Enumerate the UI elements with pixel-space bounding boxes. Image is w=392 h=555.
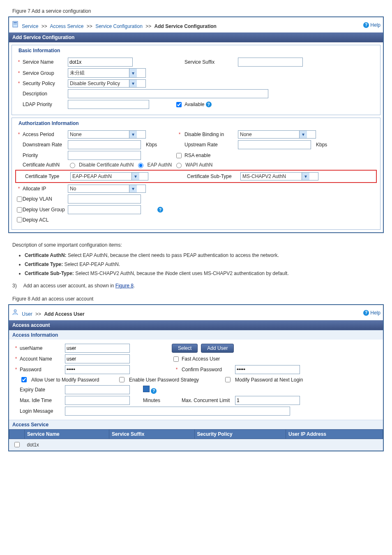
- account-name-input[interactable]: [65, 354, 130, 363]
- deploy-usergroup-checkbox[interactable]: [17, 207, 22, 213]
- th-security-policy: Security Policy: [194, 430, 286, 439]
- max-idle-input[interactable]: [65, 396, 130, 405]
- radio-wapi-authn[interactable]: [176, 163, 182, 168]
- help-link-1[interactable]: ? Help: [363, 22, 380, 28]
- label-priority: Priority: [23, 153, 68, 158]
- rsa-enable-checkbox[interactable]: [176, 153, 182, 158]
- label-service-group: Service Group: [23, 70, 68, 76]
- allow-modify-pw-checkbox[interactable]: [21, 377, 27, 382]
- access-period-select[interactable]: None▾: [68, 130, 146, 139]
- crumb-service-configuration[interactable]: Service Configuration: [95, 23, 143, 29]
- section-access-service: Access Service: [9, 420, 383, 429]
- label-deploy-usergroup: Deploy User Group: [23, 207, 68, 213]
- panel-service-config: Service >> Access Service >> Service Con…: [8, 16, 384, 233]
- figure-8-link[interactable]: Figure 8: [115, 283, 134, 289]
- fast-access-checkbox[interactable]: [173, 356, 179, 362]
- svg-rect-1: [14, 22, 17, 23]
- label-security-policy: Security Policy: [23, 81, 68, 86]
- label-expiry-date: Expiry Date: [20, 387, 65, 393]
- allocate-ip-select[interactable]: No▾: [68, 185, 146, 193]
- highlight-cert-row: Certificate Type EAP-PEAP AuthN▾ Certifi…: [15, 170, 377, 183]
- service-group-select[interactable]: 未分組▾: [68, 68, 146, 78]
- label-max-concurrent: Max. Concurrent Limit: [182, 398, 235, 403]
- login-message-input[interactable]: [65, 407, 290, 416]
- deploy-usergroup-input[interactable]: [68, 205, 141, 214]
- label-login-message: Login Message: [20, 408, 65, 414]
- figure-2-caption: Figure 8 Add an access user account: [12, 296, 384, 302]
- chevron-down-icon: ▾: [129, 185, 137, 192]
- crumb-user[interactable]: User: [22, 311, 32, 317]
- radio-disable-cert[interactable]: [70, 163, 75, 168]
- bullet-1-label: Certificate AuthN:: [25, 252, 67, 258]
- help-link-2[interactable]: ? Help: [363, 310, 380, 316]
- fieldset-basic: Basic Information * Service Name Service…: [12, 45, 380, 115]
- label-access-period: Access Period: [23, 132, 68, 137]
- max-concurrent-input[interactable]: [235, 396, 300, 405]
- help-icon[interactable]: ?: [157, 207, 163, 213]
- doc-icon: [12, 21, 19, 28]
- label-description: Description: [23, 91, 68, 97]
- cell-user-ip: [286, 439, 383, 451]
- label-cert-subtype: Certificate Sub-Type: [187, 173, 240, 179]
- bullet-3-label: Certificate Sub-Type:: [25, 271, 74, 276]
- row-checkbox[interactable]: [14, 442, 20, 447]
- cert-type-select[interactable]: EAP-PEAP AuthN▾: [70, 172, 148, 180]
- enable-pw-strategy-checkbox[interactable]: [119, 377, 125, 382]
- crumb-service[interactable]: Service: [22, 23, 38, 29]
- panel-access-user: User >> Add Access User ? Help Access ac…: [8, 304, 384, 451]
- confirm-password-input[interactable]: [235, 365, 300, 374]
- deploy-vlan-checkbox[interactable]: [17, 197, 22, 202]
- priority-input[interactable]: [68, 151, 141, 160]
- label-username: userName: [20, 345, 65, 351]
- label-upstream: Upstream Rate: [184, 142, 238, 148]
- access-service-table: Service Name Service Suffix Security Pol…: [9, 429, 383, 451]
- service-suffix-input[interactable]: [238, 58, 303, 67]
- label-ldap-priority: LDAP Priority: [23, 102, 68, 107]
- ldap-priority-input[interactable]: [68, 100, 149, 109]
- description-bullets: Certificate AuthN: Select EAP AuthN, bec…: [25, 252, 384, 276]
- calendar-icon[interactable]: [143, 386, 150, 392]
- label-service-suffix: Service Suffix: [184, 59, 238, 65]
- bullet-2-label: Certificate Type:: [25, 261, 63, 267]
- chevron-down-icon: ▾: [129, 131, 137, 138]
- deploy-acl-checkbox[interactable]: [17, 217, 22, 222]
- fieldset-auth: Authorization Information * Access Perio…: [12, 118, 380, 230]
- title-bar-2: Access account: [9, 320, 383, 330]
- label-allocate-ip: Allocate IP: [23, 186, 68, 192]
- disable-binding-select[interactable]: None▾: [238, 130, 316, 139]
- th-user-ip: User IP Address: [286, 430, 383, 439]
- deploy-vlan-input[interactable]: [68, 194, 141, 204]
- upstream-input[interactable]: [238, 140, 311, 149]
- label-downstream: Downstream Rate: [23, 142, 68, 148]
- expiry-date-input[interactable]: [65, 385, 130, 394]
- step-3: 3) Add an access user account, as shown …: [12, 283, 380, 289]
- radio-eap-authn[interactable]: [138, 163, 143, 168]
- help-icon: ?: [363, 22, 369, 28]
- label-account-name: Account Name: [20, 356, 65, 362]
- cell-service-suffix: [109, 439, 194, 451]
- crumb-access-service[interactable]: Access Service: [50, 23, 83, 29]
- label-fast-access: Fast Access User: [182, 356, 235, 362]
- label-rsa: RSA enable: [184, 153, 238, 158]
- user-icon: [12, 308, 19, 316]
- add-user-button[interactable]: Add User: [201, 344, 234, 353]
- password-input[interactable]: [65, 365, 130, 374]
- svg-rect-2: [14, 24, 17, 24]
- security-policy-select[interactable]: Disable Security Policy▾: [68, 79, 146, 88]
- help-icon[interactable]: ?: [151, 388, 157, 394]
- cert-subtype-select[interactable]: MS-CHAPV2 AuthN▾: [240, 172, 318, 180]
- service-name-input[interactable]: [68, 58, 133, 67]
- help-icon[interactable]: ?: [206, 102, 212, 107]
- modify-pw-next-checkbox[interactable]: [225, 377, 231, 382]
- label-service-name: Service Name: [23, 59, 68, 65]
- description-input[interactable]: [68, 89, 268, 98]
- crumb-add-access-user: Add Access User: [44, 311, 84, 317]
- figure-1-caption: Figure 7 Add a service configuration: [12, 8, 384, 14]
- username-input[interactable]: [65, 344, 130, 353]
- crumb-current: Add Service Configuration: [154, 23, 217, 29]
- downstream-input[interactable]: [68, 140, 141, 149]
- label-deploy-acl: Deploy ACL: [23, 217, 68, 223]
- available-checkbox[interactable]: [176, 102, 182, 107]
- legend-auth: Authorization Information: [17, 120, 81, 126]
- select-button[interactable]: Select: [172, 344, 198, 353]
